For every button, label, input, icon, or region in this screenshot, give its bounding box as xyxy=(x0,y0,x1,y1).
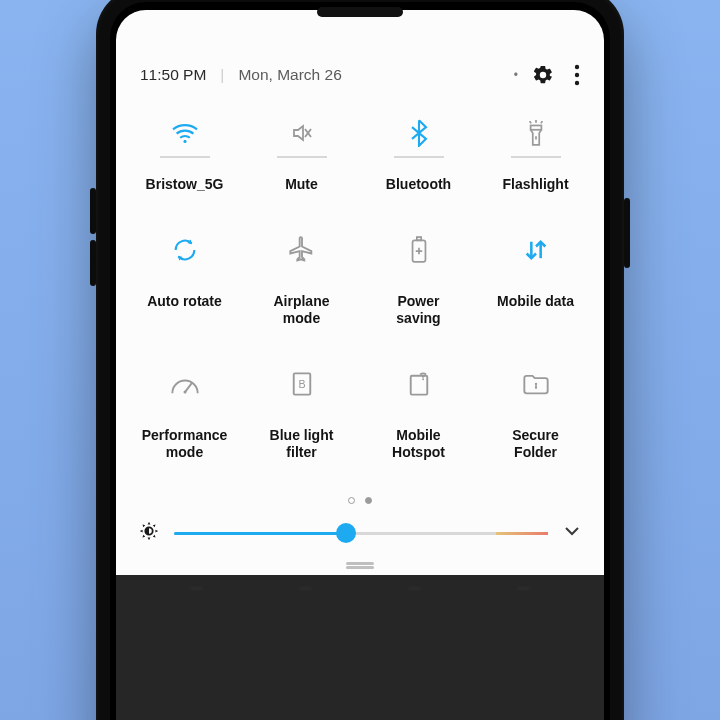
quick-settings-grid: Bristow_5G Mute Bluetooth xyxy=(116,98,604,491)
tile-airplane[interactable]: Airplane mode xyxy=(243,217,360,351)
tile-mute[interactable]: Mute xyxy=(243,100,360,217)
page-dot-2 xyxy=(365,497,372,504)
earpiece xyxy=(317,7,403,17)
mute-icon xyxy=(271,114,333,152)
page-dot-1 xyxy=(348,497,355,504)
gear-icon xyxy=(532,64,554,86)
autorotate-icon xyxy=(154,231,216,269)
wifi-icon xyxy=(154,114,216,152)
blurred-background: ———— xyxy=(116,575,604,720)
volume-up-button xyxy=(90,188,96,234)
tile-label: Mobile Hotspot xyxy=(375,427,463,461)
battery-icon xyxy=(388,231,450,269)
status-separator: | xyxy=(220,66,224,84)
svg-rect-19 xyxy=(410,376,427,395)
svg-point-2 xyxy=(575,81,579,85)
gauge-icon xyxy=(154,365,216,403)
tile-hotspot[interactable]: Mobile Hotspot xyxy=(360,351,477,485)
tile-secure[interactable]: Secure Folder xyxy=(477,351,594,485)
securefolder-icon xyxy=(505,365,567,403)
tile-label: Flashlight xyxy=(502,176,568,193)
slider-thumb[interactable] xyxy=(336,523,356,543)
tile-label: Bristow_5G xyxy=(146,176,224,193)
svg-line-8 xyxy=(529,121,531,123)
overflow-button[interactable] xyxy=(568,64,580,86)
tile-label: Airplane mode xyxy=(258,293,346,327)
svg-point-0 xyxy=(575,65,579,69)
expand-button[interactable] xyxy=(562,521,582,545)
svg-point-1 xyxy=(575,73,579,77)
mobiledata-icon xyxy=(505,231,567,269)
hotspot-icon xyxy=(388,365,450,403)
settings-button[interactable] xyxy=(532,64,554,86)
tile-label: Blue light filter xyxy=(258,427,346,461)
svg-point-3 xyxy=(183,140,186,143)
tile-label: Performance mode xyxy=(141,427,229,461)
panel-drag-handle[interactable] xyxy=(116,554,604,565)
svg-line-15 xyxy=(185,383,192,392)
auto-brightness-icon[interactable] xyxy=(138,520,160,546)
slider-fill xyxy=(174,532,346,535)
chevron-down-icon xyxy=(562,521,582,541)
slider-warm-zone xyxy=(496,532,548,535)
screen: 11:50 PM | Mon, March 26 • Bris xyxy=(116,10,604,720)
more-vert-icon xyxy=(574,64,580,86)
tile-label: Auto rotate xyxy=(147,293,222,310)
tile-bluetooth[interactable]: Bluetooth xyxy=(360,100,477,217)
status-time: 11:50 PM xyxy=(140,66,206,84)
status-date: Mon, March 26 xyxy=(238,66,341,84)
tile-label: Bluetooth xyxy=(386,176,451,193)
tile-label: Mute xyxy=(285,176,318,193)
tile-label: Power saving xyxy=(375,293,463,327)
tile-autorotate[interactable]: Auto rotate xyxy=(126,217,243,351)
svg-point-21 xyxy=(534,383,536,385)
phone-frame: 11:50 PM | Mon, March 26 • Bris xyxy=(96,0,624,720)
svg-text:B: B xyxy=(298,378,305,390)
svg-point-20 xyxy=(422,378,424,380)
airplane-icon xyxy=(271,231,333,269)
tile-wifi[interactable]: Bristow_5G xyxy=(126,100,243,217)
tile-perfmode[interactable]: Performance mode xyxy=(126,351,243,485)
tile-bluelight[interactable]: B Blue light filter xyxy=(243,351,360,485)
svg-rect-12 xyxy=(416,237,420,240)
tile-mobiledata[interactable]: Mobile data xyxy=(477,217,594,351)
volume-down-button xyxy=(90,240,96,286)
svg-point-16 xyxy=(183,391,186,394)
tile-flashlight[interactable]: Flashlight xyxy=(477,100,594,217)
brightness-slider[interactable] xyxy=(174,532,548,535)
brightness-row xyxy=(116,510,604,554)
page-indicator[interactable] xyxy=(116,491,604,510)
power-button xyxy=(624,198,630,268)
status-bar: 11:50 PM | Mon, March 26 • xyxy=(116,10,604,98)
tile-label: Secure Folder xyxy=(492,427,580,461)
bluelight-icon: B xyxy=(271,365,333,403)
svg-line-10 xyxy=(540,121,542,123)
tile-label: Mobile data xyxy=(497,293,574,310)
signal-dot-icon: • xyxy=(514,68,518,82)
tile-powersaving[interactable]: Power saving xyxy=(360,217,477,351)
bluetooth-icon xyxy=(388,114,450,152)
flashlight-icon xyxy=(505,114,567,152)
svg-rect-6 xyxy=(530,125,541,129)
